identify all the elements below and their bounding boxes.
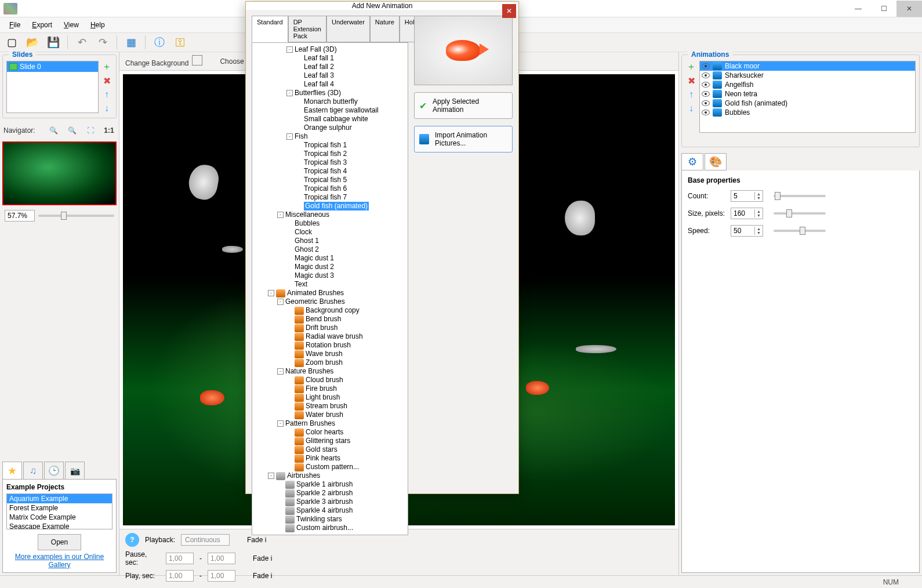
anim-item[interactable]: Neon tetra xyxy=(700,89,915,99)
anim-down-button[interactable]: ↓ xyxy=(685,103,697,114)
tree-node[interactable]: Sparkle 2 airbrush xyxy=(253,489,406,498)
open-example-button[interactable]: Open xyxy=(38,534,81,550)
tab-dp-extension[interactable]: DP Extension Pack xyxy=(288,16,326,42)
undo-button[interactable]: ↶ xyxy=(74,34,90,50)
tree-node[interactable]: Radial wave brush xyxy=(253,332,406,341)
tree-node[interactable]: Magic dust 1 xyxy=(253,254,406,263)
tree-node[interactable]: -Leaf Fall (3D) xyxy=(253,45,406,54)
change-bg-icon[interactable] xyxy=(192,55,202,66)
slide-list[interactable]: Slide 0 xyxy=(6,61,99,113)
tree-node[interactable]: Tropical fish 3 xyxy=(253,158,406,167)
collapse-icon[interactable]: - xyxy=(286,90,293,96)
open-button[interactable]: 📂 xyxy=(24,34,41,50)
size-slider[interactable] xyxy=(774,212,826,215)
tree-node[interactable]: Sparkle 3 airbrush xyxy=(253,498,406,506)
collapse-icon[interactable]: - xyxy=(277,368,284,375)
slide-up-button[interactable]: ↑ xyxy=(101,89,112,100)
anim-item[interactable]: Black moor xyxy=(700,61,915,71)
zoom-value[interactable]: 57.7% xyxy=(5,210,35,222)
slide-down-button[interactable]: ↓ xyxy=(101,103,112,114)
import-pictures-button[interactable]: Import Animation Pictures... xyxy=(414,126,513,153)
actual-size-button[interactable]: 1:1 xyxy=(103,124,115,137)
size-spinner[interactable]: ▲▼ xyxy=(731,208,763,219)
tree-node[interactable]: Monarch butterfly xyxy=(253,97,406,106)
collapse-icon[interactable]: - xyxy=(277,420,284,427)
speed-slider[interactable] xyxy=(774,230,826,232)
tab-nature[interactable]: Nature xyxy=(370,16,400,42)
tab-music[interactable]: ♫ xyxy=(23,462,43,479)
collapse-icon[interactable]: - xyxy=(268,290,274,296)
count-slider[interactable] xyxy=(774,195,826,197)
tree-node[interactable]: Ghost 1 xyxy=(253,237,406,245)
apply-animation-button[interactable]: ✔Apply Selected Animation xyxy=(414,92,513,119)
tab-appearance[interactable]: 🎨 xyxy=(705,153,727,170)
example-item[interactable]: Seascape Example xyxy=(7,522,112,529)
collapse-icon[interactable]: - xyxy=(268,473,274,479)
tree-node[interactable]: Small cabbage white xyxy=(253,115,406,124)
anim-item[interactable]: Bubbles xyxy=(700,108,915,117)
slide-item[interactable]: Slide 0 xyxy=(7,61,98,72)
tab-clock[interactable]: 🕒 xyxy=(44,462,64,479)
tree-node[interactable]: Zoom brush xyxy=(253,358,406,367)
tree-node[interactable]: Leaf fall 1 xyxy=(253,54,406,63)
tree-node[interactable]: Leaf fall 3 xyxy=(253,71,406,80)
eye-icon[interactable] xyxy=(702,63,710,69)
tree-node[interactable]: Tropical fish 7 xyxy=(253,193,406,202)
collapse-icon[interactable]: - xyxy=(286,133,293,140)
key-button[interactable]: ⚿ xyxy=(172,34,188,50)
tree-node[interactable]: Cloud brush xyxy=(253,376,406,384)
tree-node[interactable]: Magic dust 3 xyxy=(253,271,406,280)
animation-list[interactable]: Black moor Sharksucker Angelfish Neon te… xyxy=(699,61,916,133)
export-button[interactable]: ▦ xyxy=(123,34,139,50)
slide-delete-button[interactable]: ✖ xyxy=(101,75,112,86)
menu-export[interactable]: Export xyxy=(27,19,57,31)
help-icon[interactable]: ? xyxy=(125,533,139,547)
count-spinner[interactable]: ▲▼ xyxy=(731,190,763,202)
new-button[interactable]: ▢ xyxy=(3,34,20,50)
zoom-out-button[interactable]: 🔍 xyxy=(66,124,78,137)
menu-help[interactable]: Help xyxy=(86,19,110,31)
anim-item[interactable]: Sharksucker xyxy=(700,71,915,80)
eye-icon[interactable] xyxy=(702,72,710,78)
tree-node[interactable]: Gold fish (animated) xyxy=(253,202,406,210)
tab-camera[interactable]: 📷 xyxy=(65,462,85,479)
tree-node[interactable]: Leaf fall 2 xyxy=(253,63,406,71)
tree-node[interactable]: -Airbrushes xyxy=(253,471,406,480)
tree-node[interactable]: Glittering stars xyxy=(253,437,406,445)
menu-file[interactable]: File xyxy=(5,19,25,31)
slide-add-button[interactable]: ＋ xyxy=(101,61,112,72)
fit-button[interactable]: ⛶ xyxy=(84,124,97,137)
online-gallery-link[interactable]: More examples in our Online Gallery xyxy=(6,553,112,569)
animation-tree[interactable]: -Leaf Fall (3D)Leaf fall 1Leaf fall 2Lea… xyxy=(252,42,408,535)
pause-max-input[interactable] xyxy=(208,553,235,564)
play-max-input[interactable] xyxy=(208,570,235,582)
anim-item[interactable]: Angelfish xyxy=(700,80,915,89)
tree-node[interactable]: -Geometric Brushes xyxy=(253,297,406,306)
pause-min-input[interactable] xyxy=(166,553,194,564)
tree-node[interactable]: -Animated Brushes xyxy=(253,289,406,297)
tree-node[interactable]: Color hearts xyxy=(253,428,406,437)
example-item[interactable]: Forest Example xyxy=(7,503,112,513)
tab-underwater[interactable]: Underwater xyxy=(326,16,370,42)
info-button[interactable]: ⓘ xyxy=(151,34,168,50)
tree-node[interactable]: Eastern tiger swallowtail xyxy=(253,106,406,115)
eye-icon[interactable] xyxy=(702,91,710,97)
tree-node[interactable]: Sparkle 1 airbrush xyxy=(253,480,406,489)
eye-icon[interactable] xyxy=(702,82,710,88)
navigator-thumbnail[interactable] xyxy=(2,141,117,205)
dialog-close-button[interactable]: ✕ xyxy=(502,4,516,18)
change-bg-label[interactable]: Change Background xyxy=(125,59,188,67)
tree-node[interactable]: Tropical fish 5 xyxy=(253,176,406,184)
anim-add-button[interactable]: ＋ xyxy=(685,61,697,72)
tree-node[interactable]: Stream brush xyxy=(253,402,406,411)
tree-node[interactable]: Orange sulphur xyxy=(253,124,406,132)
tree-node[interactable]: Background copy xyxy=(253,306,406,315)
tree-node[interactable]: Custom airbrush... xyxy=(253,524,406,532)
playback-mode-select[interactable]: Continuous xyxy=(181,534,230,546)
example-item[interactable]: Aquarium Example xyxy=(7,494,112,503)
collapse-icon[interactable]: - xyxy=(277,212,284,218)
tree-node[interactable]: Custom pattern... xyxy=(253,463,406,471)
example-list[interactable]: Aquarium Example Forest Example Matrix C… xyxy=(6,493,112,529)
tree-node[interactable]: Drift brush xyxy=(253,324,406,332)
tree-node[interactable]: Leaf fall 4 xyxy=(253,80,406,89)
